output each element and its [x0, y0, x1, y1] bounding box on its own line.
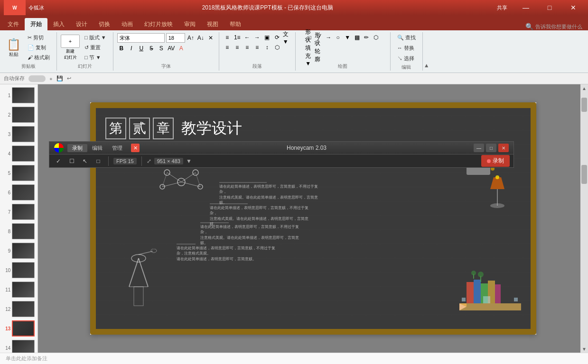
ribbon-collapse[interactable]: ▲	[424, 62, 429, 69]
honeycam-close[interactable]: ✕	[498, 144, 509, 152]
increase-indent[interactable]: →	[253, 33, 261, 42]
save-icon[interactable]: 💾	[56, 75, 63, 82]
slide-thumb-7[interactable]: 7	[2, 203, 36, 221]
section-button[interactable]: □ 节 ▼	[82, 53, 109, 62]
justify[interactable]: ≡	[253, 43, 261, 52]
search-placeholder[interactable]: 告诉我你想要做什么	[535, 23, 582, 30]
char-spacing-button[interactable]: AV	[167, 44, 176, 53]
slide-thumb-5[interactable]: 5	[2, 164, 36, 182]
honeycam-check[interactable]: ✓	[53, 156, 64, 166]
scroll-down-arrow[interactable]: ▼	[580, 345, 588, 353]
text-direction-button[interactable]: ⟳	[273, 33, 281, 42]
align-center[interactable]: ≡	[233, 43, 242, 52]
slide-thumb-14[interactable]: 14	[2, 339, 36, 353]
tab-slideshow[interactable]: 幻灯片放映	[139, 18, 178, 30]
autosave-toggle[interactable]	[28, 75, 46, 82]
scroll-up-arrow[interactable]: ▲	[580, 84, 588, 92]
select-button[interactable]: ↘ 选择	[394, 54, 419, 63]
bold-button[interactable]: B	[117, 44, 126, 53]
slide-thumb-13[interactable]: 13	[2, 319, 36, 337]
shape-circle[interactable]: ○	[334, 33, 342, 42]
tab-view[interactable]: 视图	[201, 18, 224, 30]
tab-help[interactable]: 帮助	[224, 18, 247, 30]
honeycam-tab-manage[interactable]: 管理	[107, 144, 127, 152]
honeycam-dropdown[interactable]: ▼	[186, 158, 192, 164]
slide-thumb-2[interactable]: 2	[2, 106, 36, 124]
vertical-scrollbar[interactable]: ▲ ▼	[580, 84, 588, 353]
notes-area[interactable]: 单击此处添加备注	[0, 353, 588, 364]
align-right[interactable]: ≡	[243, 43, 252, 52]
effects-btn[interactable]: ⬡	[372, 33, 380, 42]
line-color[interactable]: ✏	[362, 33, 371, 42]
honeycam-tab-record[interactable]: 录制	[67, 144, 87, 152]
clear-format-btn[interactable]: ✕	[206, 34, 215, 42]
scroll-thumb[interactable]	[581, 165, 587, 184]
svg-rect-35	[495, 284, 501, 303]
tab-design[interactable]: 设计	[70, 18, 93, 30]
scroll-thumb-up[interactable]	[581, 98, 587, 112]
font-size-down[interactable]: A↓	[196, 34, 205, 42]
honeycam-minimize[interactable]: —	[474, 144, 484, 152]
fill-color[interactable]: ▩	[353, 33, 361, 42]
slide-thumb-11[interactable]: 11	[2, 281, 36, 299]
columns-button[interactable]: ▣	[263, 33, 271, 42]
strikethrough-button[interactable]: S̶	[147, 44, 156, 53]
slide-thumb-9[interactable]: 9	[2, 242, 36, 260]
honeycam-size[interactable]: 951 × 483	[154, 158, 183, 164]
copy-button[interactable]: 📄 复制	[25, 43, 53, 52]
align-left[interactable]: ≡	[223, 43, 232, 52]
honeycam-cursor[interactable]: ↖	[80, 156, 90, 166]
slide-thumb-8[interactable]: 8	[2, 222, 36, 240]
list-button[interactable]: ≡	[223, 33, 232, 42]
line-spacing[interactable]: ↕	[263, 43, 271, 52]
close-button[interactable]: ✕	[562, 0, 584, 15]
slide-thumb-12[interactable]: 12	[2, 300, 36, 318]
tab-transitions[interactable]: 切换	[93, 18, 116, 30]
find-button[interactable]: 🔍 查找	[394, 33, 419, 42]
slide-thumb-1[interactable]: 1	[2, 86, 36, 104]
tab-insert[interactable]: 插入	[47, 18, 70, 30]
tab-animations[interactable]: 动画	[116, 18, 139, 30]
minimize-button[interactable]: —	[515, 0, 537, 15]
font-size-input[interactable]: 18	[166, 33, 185, 43]
undo-icon[interactable]: ↩	[67, 75, 71, 82]
tab-review[interactable]: 审阅	[178, 18, 201, 30]
cut-button[interactable]: ✂ 剪切	[25, 33, 53, 42]
honeycam-maximize[interactable]: □	[486, 144, 496, 152]
honeycam-rect-select[interactable]: □	[93, 156, 103, 166]
shadow-button[interactable]: S	[157, 44, 166, 53]
paste-button[interactable]: 📋 粘贴	[4, 36, 24, 60]
share-button[interactable]: 共享	[491, 0, 513, 15]
maximize-button[interactable]: □	[539, 0, 560, 15]
honeycam-close-tab[interactable]: ✕	[131, 144, 140, 152]
honeycam-tab-edit[interactable]: 编辑	[87, 144, 107, 152]
honeycam-record-button[interactable]: 录制	[481, 155, 510, 167]
tab-home[interactable]: 开始	[25, 18, 47, 30]
tab-file[interactable]: 文件	[2, 18, 25, 30]
number-list-button[interactable]: 1≡	[233, 33, 242, 42]
shape-more[interactable]: ▼	[343, 33, 352, 42]
shape-arrow[interactable]: →	[324, 33, 333, 42]
decrease-indent[interactable]: ←	[243, 33, 252, 42]
underline-button[interactable]: U	[137, 44, 146, 53]
format-painter-button[interactable]: 🖌 格式刷	[25, 53, 53, 62]
shape-fill-btn[interactable]: 形状填充▼	[305, 43, 314, 52]
slide-thumb-4[interactable]: 4	[2, 145, 36, 163]
new-slide-button[interactable]: +	[61, 35, 80, 48]
honeycam-checkbox[interactable]: ☐	[66, 156, 77, 166]
convert-smartart[interactable]: ⬡	[273, 43, 281, 52]
slide-thumb-3[interactable]: 3	[2, 125, 36, 143]
italic-button[interactable]: I	[127, 44, 136, 53]
honeycam-fps[interactable]: FPS 15	[113, 158, 137, 164]
replace-button[interactable]: ↔ 替换	[394, 44, 419, 53]
reset-button[interactable]: ↺ 重置	[82, 43, 109, 52]
honeycam-titlebar[interactable]: 录制 编辑 管理 ✕ Honeycam 2.03 — □ ✕	[49, 142, 513, 154]
slide-thumb-10[interactable]: 10	[2, 261, 36, 279]
font-selector[interactable]: 宋体	[117, 33, 165, 43]
text-align-button[interactable]: 文▼	[283, 33, 291, 42]
slide-thumb-6[interactable]: 6	[2, 183, 36, 201]
font-color-button[interactable]: A	[177, 44, 186, 53]
slide-layout-button[interactable]: □ 版式 ▼	[82, 33, 109, 42]
shape-outline-btn[interactable]: 形状轮廓	[315, 43, 323, 52]
font-size-up[interactable]: A↑	[187, 34, 195, 42]
